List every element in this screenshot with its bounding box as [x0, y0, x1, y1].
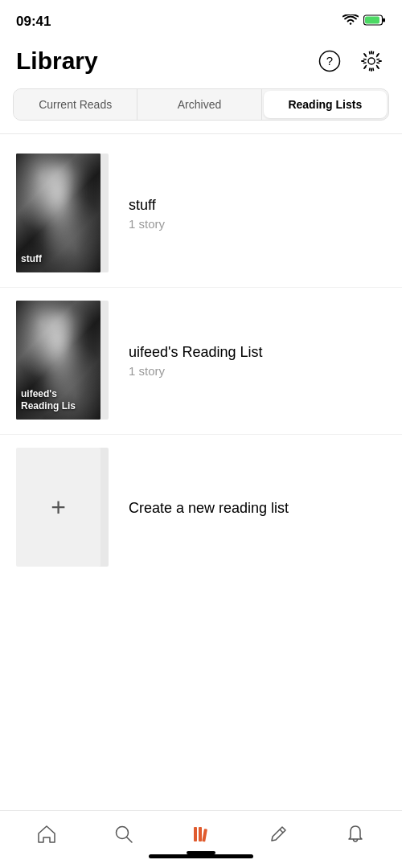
tab-reading-lists[interactable]: Reading Lists: [264, 91, 387, 118]
list-item[interactable]: uifeed's Reading Lis uifeed's Reading Li…: [0, 288, 402, 435]
create-cover-wrapper: +: [16, 448, 113, 568]
nav-home[interactable]: [23, 821, 70, 848]
home-indicator-bar: [149, 854, 253, 858]
nav-library[interactable]: [178, 821, 224, 848]
status-time: 09:41: [16, 14, 51, 30]
svg-rect-10: [202, 829, 207, 841]
book-cover-label: stuff: [21, 253, 96, 266]
page-title: Library: [16, 47, 98, 75]
svg-text:?: ?: [326, 54, 333, 68]
status-icons: [343, 14, 386, 29]
list-name: uifeed's Reading List: [129, 344, 386, 361]
svg-rect-9: [199, 827, 202, 841]
svg-rect-2: [365, 17, 379, 24]
plus-icon: +: [51, 494, 66, 520]
book-cover: stuff: [16, 154, 100, 272]
nav-write[interactable]: [255, 821, 302, 848]
bottom-nav: [0, 810, 402, 868]
list-count: 1 story: [129, 364, 386, 378]
wifi-icon: [343, 14, 359, 29]
nav-notifications[interactable]: [332, 821, 379, 848]
list-name: stuff: [129, 197, 386, 214]
home-indicator: [0, 848, 402, 862]
create-reading-list-item[interactable]: + Create a new reading list: [0, 435, 402, 581]
book-cover-wrapper: uifeed's Reading Lis: [16, 301, 113, 421]
svg-point-5: [368, 58, 375, 64]
status-bar: 09:41: [0, 0, 402, 40]
list-info: stuff 1 story: [129, 197, 386, 231]
svg-line-7: [127, 837, 133, 843]
nav-items: [0, 821, 402, 848]
header: Library ?: [0, 40, 402, 88]
svg-rect-1: [383, 18, 385, 23]
book-cover: uifeed's Reading Lis: [16, 301, 100, 420]
svg-line-11: [280, 829, 283, 833]
battery-icon: [363, 14, 386, 29]
list-info: uifeed's Reading List 1 story: [129, 344, 386, 378]
tab-bar: Current Reads Archived Reading Lists: [13, 88, 389, 121]
svg-rect-8: [194, 827, 197, 841]
help-button[interactable]: ?: [315, 47, 344, 76]
create-cover: +: [16, 448, 100, 567]
nav-search[interactable]: [100, 821, 147, 848]
nav-active-indicator: [187, 851, 215, 854]
book-cover-wrapper: stuff: [16, 154, 113, 274]
header-actions: ?: [315, 47, 386, 76]
reading-lists-container: stuff stuff 1 story uifeed's Reading Lis…: [0, 134, 402, 588]
create-label: Create a new reading list: [129, 500, 289, 517]
list-count: 1 story: [129, 217, 386, 231]
settings-button[interactable]: [357, 47, 386, 76]
book-cover-label: uifeed's Reading Lis: [21, 388, 96, 413]
tab-current-reads[interactable]: Current Reads: [14, 89, 137, 120]
tab-archived[interactable]: Archived: [137, 89, 261, 120]
list-item[interactable]: stuff stuff 1 story: [0, 141, 402, 288]
